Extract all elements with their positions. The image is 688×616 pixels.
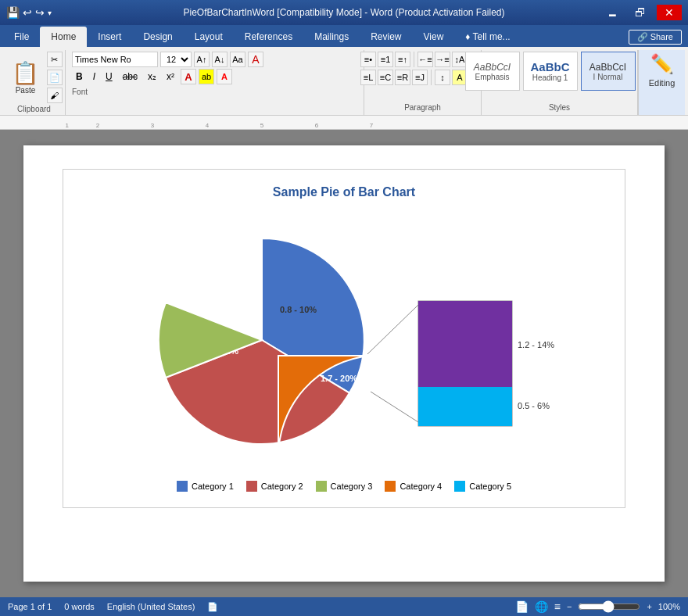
font-color-button[interactable]: A [217, 69, 232, 84]
strikethrough-button[interactable]: abc [119, 69, 142, 84]
decrease-indent-button[interactable]: ←≡ [417, 52, 433, 67]
clear-format-button[interactable]: A [248, 52, 263, 67]
copy-button[interactable]: 📄 [47, 70, 63, 85]
page[interactable]: Sample Pie of Bar Chart [23, 145, 665, 582]
zoom-level: 100% [658, 602, 680, 611]
legend-cat1: Category 1 [177, 481, 234, 492]
tab-home[interactable]: Home [40, 27, 87, 47]
format-painter-button[interactable]: 🖌 [47, 88, 63, 103]
align-left-button[interactable]: ≡L [360, 70, 376, 85]
legend-cat5-color [454, 481, 465, 492]
legend-cat1-color [177, 481, 188, 492]
window-title: PieOfBarChartInWord [Compatibility Mode]… [183, 7, 504, 18]
status-right: 📄 🌐 ≡ − + 100% [515, 600, 680, 613]
legend-cat2: Category 2 [246, 481, 303, 492]
legend-cat5: Category 5 [454, 481, 511, 492]
line-spacing-button[interactable]: ↕ [435, 70, 450, 85]
increase-font-button[interactable]: A↑ [194, 52, 210, 67]
superscript-button[interactable]: x² [163, 69, 178, 84]
numbering-button[interactable]: ≡1 [378, 52, 393, 67]
slice-cat3-label: 0.8 - 10% [280, 305, 317, 314]
font-name-dropdown[interactable] [72, 52, 158, 67]
save-icon[interactable]: 💾 [6, 6, 20, 19]
legend-cat3-label: Category 3 [331, 482, 373, 491]
increase-indent-button[interactable]: →≡ [435, 52, 450, 67]
bar-cat4a [418, 301, 512, 387]
track-changes-icon[interactable]: 📄 [207, 602, 218, 612]
title-bar: 💾 ↩ ↪ ▾ PieOfBarChartInWord [Compatibili… [0, 0, 688, 25]
share-button[interactable]: 🔗 Share [629, 30, 682, 45]
tab-review[interactable]: Review [360, 27, 412, 47]
zoom-slider[interactable] [578, 600, 640, 613]
text-color-button[interactable]: A [181, 69, 196, 84]
change-case-button[interactable]: Aa [230, 52, 245, 67]
minimize-button[interactable]: 🗕 [600, 5, 624, 20]
justify-button[interactable]: ≡J [412, 70, 428, 85]
font-section: 12101114 A↑ A↓ Aa A B I U abc x₂ x² A ab… [66, 50, 364, 115]
view-web-icon[interactable]: 🌐 [535, 600, 548, 613]
status-bar: Page 1 of 1 0 words English (United Stat… [0, 597, 688, 616]
cut-button[interactable]: ✂ [47, 52, 63, 67]
dropdown-icon[interactable]: ▾ [48, 9, 52, 17]
align-right-button[interactable]: ≡R [395, 70, 410, 85]
chart-legend: Category 1 Category 2 Category 3 Categor… [79, 481, 609, 492]
style-emphasis[interactable]: AaBbCcI Emphasis [465, 52, 520, 91]
close-button[interactable]: ✕ [657, 5, 682, 20]
font-size-dropdown[interactable]: 12101114 [160, 52, 192, 67]
legend-cat4-color [385, 481, 396, 492]
paragraph-label: Paragraph [404, 102, 441, 113]
style-heading1[interactable]: AaBbC Heading 1 [523, 52, 578, 91]
legend-cat4-label: Category 4 [400, 482, 442, 491]
editing-section: ✏️ Editing [638, 50, 685, 115]
paste-button[interactable]: 📋 Paste [6, 52, 45, 103]
style-normal-preview: AaBbCcI [589, 62, 626, 73]
style-normal-label: I Normal [593, 73, 623, 81]
chart-title: Sample Pie of Bar Chart [79, 185, 609, 199]
style-emphasis-preview: AaBbCcI [474, 62, 511, 73]
bar-cat5 [418, 387, 512, 426]
editing-icon: ✏️ [650, 53, 674, 75]
legend-cat3-color [316, 481, 327, 492]
styles-section: AaBbCcI Emphasis AaBbC Heading 1 AaBbCcI… [482, 50, 638, 115]
styles-gallery: AaBbCcI Emphasis AaBbC Heading 1 AaBbCcI… [465, 52, 654, 102]
style-normal[interactable]: AaBbCcI I Normal [581, 52, 636, 91]
clipboard-label: Clipboard [17, 103, 51, 115]
legend-cat2-label: Category 2 [261, 482, 303, 491]
legend-cat5-label: Category 5 [469, 482, 511, 491]
style-heading-preview: AaBbC [530, 60, 569, 73]
font-label: Font [72, 86, 88, 98]
tab-layout[interactable]: Layout [184, 27, 234, 47]
highlight-button[interactable]: ab [199, 69, 214, 84]
redo-icon[interactable]: ↪ [35, 6, 45, 19]
chart-body: 2.7 - 32% 3.2 - 38% 0.8 - 10% [79, 215, 609, 465]
maximize-button[interactable]: 🗗 [629, 5, 652, 20]
bar-cat5-label: 0.5 - 6% [518, 401, 550, 410]
multilevel-button[interactable]: ≡↑ [395, 52, 410, 67]
language: English (United States) [107, 602, 195, 612]
ribbon-tab-bar: File Home Insert Design Layout Reference… [0, 25, 688, 47]
tab-view[interactable]: View [413, 27, 455, 47]
tab-references[interactable]: References [234, 27, 303, 47]
tab-file[interactable]: File [3, 27, 40, 47]
underline-button[interactable]: U [102, 69, 116, 84]
tab-design[interactable]: Design [132, 27, 183, 47]
tab-tell-me[interactable]: ♦ Tell me... [454, 27, 521, 47]
align-center-button[interactable]: ≡C [378, 70, 393, 85]
paragraph-section: ≡• ≡1 ≡↑ ←≡ →≡ ↕A ¶ ≡L ≡C ≡R ≡J ↕ A ⊞ Pa… [364, 50, 482, 115]
zoom-in-button[interactable]: + [647, 602, 651, 611]
bold-button[interactable]: B [72, 69, 87, 84]
view-outline-icon[interactable]: ≡ [554, 600, 561, 613]
subscript-button[interactable]: x₂ [144, 69, 160, 84]
slice-cat4-label: 1.7 - 20% [321, 374, 357, 383]
italic-button[interactable]: I [89, 69, 99, 84]
decrease-font-button[interactable]: A↓ [212, 52, 228, 67]
view-print-icon[interactable]: 📄 [515, 600, 529, 613]
zoom-out-button[interactable]: − [567, 602, 572, 611]
ruler: 1 2 3 4 5 6 7 [0, 116, 688, 130]
undo-icon[interactable]: ↩ [23, 6, 32, 19]
legend-cat2-color [246, 481, 257, 492]
tab-mailings[interactable]: Mailings [303, 27, 360, 47]
tab-insert[interactable]: Insert [87, 27, 132, 47]
clipboard-section: 📋 Paste ✂ 📄 🖌 Clipboard [3, 50, 66, 115]
bullets-button[interactable]: ≡• [360, 52, 376, 67]
